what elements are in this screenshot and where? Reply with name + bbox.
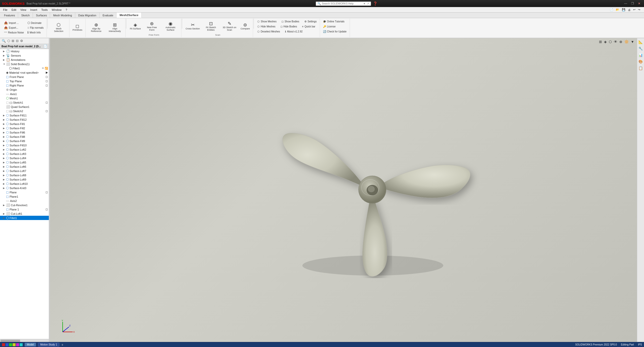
cross-section-btn[interactable]: ✂ Cross-Section — [184, 19, 202, 34]
right-panel-settings-btn[interactable]: 🔧 — [638, 46, 643, 51]
vp-display-btn[interactable]: ⬡ — [608, 39, 613, 44]
show-bodies-btn[interactable]: ◻ Show Bodies — [280, 19, 301, 24]
automatic-surface-btn[interactable]: ◉ Automatic Surface — [162, 19, 180, 34]
tree-item-surface-loft4[interactable]: ▶ ⬡ Surface-Loft4 — [0, 156, 49, 160]
tree-item-quad-surface1[interactable]: ⬜ Quad Surface1 — [0, 105, 49, 109]
search-bar[interactable]: 🔍 ▼ ↗ — [316, 2, 371, 6]
undo-btn[interactable]: ↩ — [632, 8, 636, 12]
quick-bar-btn[interactable]: ≡ Quick bar — [301, 24, 317, 29]
tree-item-surface-fill12[interactable]: ▶ ⬡ Surface-Fill12 — [0, 117, 49, 122]
tree-item-surface-fill2[interactable]: ▶ ⬡ Surface-Fill2 — [0, 126, 49, 130]
show-meshes-btn[interactable]: ⬡ Show Meshes — [256, 19, 278, 24]
plane-vis-btn[interactable]: ◻ — [46, 191, 48, 194]
tree-item-axis1[interactable]: — Axis1 — [0, 92, 49, 96]
tree-item-right-plane[interactable]: ◻ Right Plane ◻ — [0, 83, 49, 88]
vp-hide-show-btn[interactable]: 👁 — [613, 39, 618, 44]
tree-item-plane-1[interactable]: ◻ Plane 1 ◻ — [0, 207, 49, 211]
tree-item-solid-bodies[interactable]: ▼ ⬜ Solid Bodies(1) — [0, 62, 49, 66]
new-free-form-btn[interactable]: ⊛ New Free Form — [143, 19, 161, 34]
tab-features[interactable]: Features — [1, 13, 18, 18]
tree-search-btn[interactable]: 🔍 — [1, 39, 7, 43]
about-btn[interactable]: ℹ About v1.2.92 — [284, 29, 304, 34]
menu-window[interactable]: Window — [50, 8, 64, 12]
vp-section-btn[interactable]: ◈ — [603, 39, 608, 44]
tree-item-surface-loft2[interactable]: ▶ ⬡ Surface-Loft2 — [0, 147, 49, 152]
3d-sketch-on-scan-btn[interactable]: ✎ 3D Sketch on Scan — [220, 19, 238, 34]
tree-item-surface-fill1[interactable]: ▶ ⬡ Surface-Fill1 — [0, 122, 49, 126]
tree-item-cut-loft1[interactable]: ▶ ⬜ Cut-Loft1 — [0, 211, 49, 216]
tree-expand-btn[interactable]: ⊞ — [11, 39, 15, 43]
tree-item-surface-knit3[interactable]: ▶ ⬡ Surface-Knit3 — [0, 186, 49, 190]
settings-btn[interactable]: ⚙ Settings — [303, 19, 318, 24]
tree-item-axis2[interactable]: — Axis2 — [0, 199, 49, 203]
add-tab-btn[interactable]: + — [61, 343, 63, 347]
search-input[interactable] — [322, 2, 362, 5]
tree-item-surface-fill10[interactable]: ▶ ⬡ Surface-Fill10 — [0, 143, 49, 147]
tree-item-material[interactable]: ◈ Material <not specified> ▶ — [0, 70, 49, 75]
tree-config-icon[interactable]: 📄 — [44, 45, 47, 48]
tab-mesh-modeling[interactable]: Mesh Modeling — [50, 13, 75, 18]
tree-item-sketch2[interactable]: ◻ (-) Sketch2 ◻ — [0, 109, 49, 113]
tree-item-surface-fill8[interactable]: ▶ ⬡ Surface-Fill8 — [0, 135, 49, 139]
tree-item-history[interactable]: ▶ 🕐 History — [0, 49, 49, 53]
compare-btn[interactable]: ⊜ Compare — [239, 19, 251, 34]
deselect-meshes-btn[interactable]: ⬡ Deselect Meshes — [256, 29, 281, 34]
menu-edit[interactable]: Edit — [10, 8, 18, 12]
tab-surfaces[interactable]: Surfaces — [33, 13, 50, 18]
search-dropdown-icon[interactable]: ▼ — [363, 2, 366, 5]
vp-render-btn[interactable]: 🔆 — [624, 39, 629, 44]
tree-item-surface-loft7[interactable]: ▶ ⬡ Surface-Loft7 — [0, 169, 49, 173]
tree-item-top-plane[interactable]: ◻ Top Plane ◻ — [0, 79, 49, 83]
plane-1-vis-btn[interactable]: ◻ — [46, 208, 48, 211]
print-btn[interactable]: 🖨 — [627, 8, 631, 12]
tree-options-btn[interactable]: ⚙ — [19, 39, 24, 43]
tree-item-annotations[interactable]: ▶ 📋 Annotations — [0, 58, 49, 62]
tree-item-plane1[interactable]: ◻ Plane1 — [0, 194, 49, 199]
tab-data-migration[interactable]: Data Migration — [75, 13, 100, 18]
tree-item-front-plane[interactable]: ◻ Front Plane ◻ — [0, 75, 49, 79]
vp-more-btn[interactable]: ▼ — [630, 39, 635, 44]
align-by-reference-btn[interactable]: ⊕ Align By Reference — [87, 20, 105, 35]
model-tab-btn[interactable]: Model — [25, 343, 36, 346]
sketch2-vis-btn[interactable]: ◻ — [46, 109, 48, 113]
tree-item-surface-fill11[interactable]: ▶ ⬡ Surface-Fill11 — [0, 113, 49, 117]
close-button[interactable]: ✕ — [636, 1, 642, 6]
right-panel-notes-btn[interactable]: 📋 — [638, 65, 643, 71]
top-plane-vis-btn[interactable]: ◻ — [46, 79, 48, 83]
mesh-selection-btn[interactable]: ⬡ Mesh Selection — [50, 20, 68, 35]
sketch1-vis-btn[interactable]: ◻ — [46, 101, 48, 104]
tree-item-origin[interactable]: ⊕ Origin — [0, 88, 49, 92]
mesh-info-btn[interactable]: ℹMesh Info — [26, 30, 45, 35]
online-tutorials-btn[interactable]: 🎓 Online Tutorials — [321, 19, 346, 24]
tree-item-surface-loft5[interactable]: ▶ ⬡ Surface-Loft5 — [0, 160, 49, 164]
tree-item-surface-fill9[interactable]: ▶ ⬡ Surface-Fill9 — [0, 139, 49, 143]
maximize-button[interactable]: ❐ — [630, 1, 635, 6]
menu-help[interactable]: ? — [64, 8, 69, 12]
minimize-button[interactable]: — — [623, 1, 629, 6]
tree-item-surface-loft8[interactable]: ▶ ⬡ Surface-Loft8 — [0, 173, 49, 177]
motion-study-tab-btn[interactable]: Motion Study 1 — [38, 343, 59, 346]
right-panel-view-btn[interactable]: 📐 — [638, 39, 643, 45]
tree-scrollbar[interactable] — [0, 339, 49, 342]
tree-item-surface-loft10[interactable]: ▶ ⬡ Surface-Loft10 — [0, 182, 49, 186]
primitives-btn[interactable]: ◻ Primitives — [71, 20, 84, 35]
fit-sketch-btn[interactable]: ⊡ Fit Sketch Entities — [202, 19, 220, 34]
reduce-noise-btn[interactable]: 〰Reduce Noise — [3, 30, 25, 35]
menu-tools[interactable]: Tools — [39, 8, 50, 12]
vp-orient-btn[interactable]: ⊞ — [598, 39, 603, 44]
save-btn[interactable]: 💾 — [621, 8, 626, 12]
check-update-btn[interactable]: 🔄 Check for Update — [321, 29, 348, 34]
right-panel-color-btn[interactable]: 🎨 — [638, 59, 643, 64]
decimate-btn[interactable]: ⬡Decimate — [26, 21, 45, 25]
tab-mesh2surface[interactable]: Mesh2Surface — [116, 13, 142, 18]
tree-collapse-btn[interactable]: ⊟ — [15, 39, 19, 43]
redo-btn[interactable]: ↪ — [637, 8, 641, 12]
tab-sketch[interactable]: Sketch — [18, 13, 33, 18]
tree-item-surface-loft6[interactable]: ▶ ⬡ Surface-Loft6 — [0, 164, 49, 169]
tree-item-surface-fill6[interactable]: ▶ ⬡ Surface-Fill6 — [0, 130, 49, 135]
front-plane-vis-btn[interactable]: ◻ — [46, 75, 48, 78]
fillet1-lock-btn[interactable]: 🔁 — [45, 67, 48, 70]
hide-meshes-btn[interactable]: ⬡ Hide Meshes — [256, 24, 277, 29]
viewport-3d[interactable]: ⊞ ◈ ⬡ 👁 ⊕ 🔆 ▼ — [50, 38, 637, 342]
license-btn[interactable]: 🔑 License — [321, 24, 337, 29]
